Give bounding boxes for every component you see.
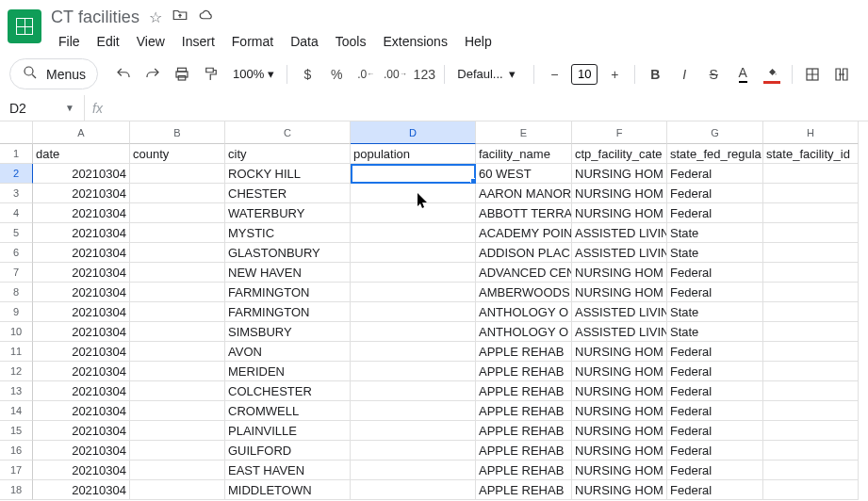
- column-header-E[interactable]: E: [476, 121, 572, 144]
- name-box[interactable]: D2 ▼: [0, 95, 85, 121]
- format-currency-button[interactable]: $: [294, 61, 320, 88]
- cell[interactable]: GLASTONBURY: [225, 243, 351, 263]
- cell[interactable]: 20210304: [33, 263, 130, 283]
- row-header[interactable]: 10: [0, 322, 33, 342]
- cell[interactable]: [130, 184, 225, 203]
- row-header[interactable]: 4: [0, 203, 33, 223]
- merge-cells-button[interactable]: [828, 61, 855, 88]
- cell[interactable]: [351, 203, 476, 223]
- increase-decimal-button[interactable]: .00→: [382, 61, 408, 88]
- cell[interactable]: [763, 381, 859, 401]
- row-header[interactable]: 11: [0, 342, 33, 362]
- cell[interactable]: AMBERWOODS: [476, 283, 572, 302]
- cell[interactable]: State: [667, 243, 763, 263]
- cell[interactable]: [351, 322, 476, 342]
- cell[interactable]: ANTHOLOGY O: [476, 302, 572, 322]
- menu-extensions[interactable]: Extensions: [375, 30, 454, 53]
- cell[interactable]: State: [667, 223, 763, 243]
- column-header-H[interactable]: H: [763, 121, 859, 144]
- cell[interactable]: [763, 480, 859, 500]
- cell[interactable]: [130, 322, 225, 342]
- cell[interactable]: APPLE REHAB: [476, 342, 572, 362]
- cell[interactable]: [763, 421, 859, 441]
- cell[interactable]: [130, 461, 225, 480]
- row-header[interactable]: 8: [0, 283, 33, 302]
- cell[interactable]: population: [351, 144, 476, 164]
- cell[interactable]: NURSING HOM: [572, 184, 667, 203]
- cell[interactable]: APPLE REHAB: [476, 381, 572, 401]
- cell[interactable]: 20210304: [33, 322, 130, 342]
- cell[interactable]: [351, 283, 476, 302]
- cell[interactable]: [130, 342, 225, 362]
- cell[interactable]: NEW HAVEN: [225, 263, 351, 283]
- cell[interactable]: ASSISTED LIVIN: [572, 243, 667, 263]
- menu-view[interactable]: View: [129, 30, 172, 53]
- cell[interactable]: [351, 441, 476, 461]
- cell[interactable]: [351, 302, 476, 322]
- row-header[interactable]: 6: [0, 243, 33, 263]
- cell[interactable]: [351, 342, 476, 362]
- bold-button[interactable]: B: [642, 61, 668, 88]
- redo-button[interactable]: [139, 61, 166, 88]
- cell[interactable]: [763, 401, 859, 421]
- row-header[interactable]: 5: [0, 223, 33, 243]
- cell[interactable]: FARMINGTON: [225, 302, 351, 322]
- cell[interactable]: [130, 223, 225, 243]
- strikethrough-button[interactable]: S: [700, 61, 727, 88]
- cell[interactable]: ASSISTED LIVIN: [572, 322, 667, 342]
- cell[interactable]: 20210304: [33, 184, 130, 203]
- cell[interactable]: APPLE REHAB: [476, 461, 572, 480]
- cell[interactable]: State: [667, 302, 763, 322]
- cell[interactable]: [130, 203, 225, 223]
- cell[interactable]: Federal: [667, 381, 763, 401]
- cell[interactable]: CROMWELL: [225, 401, 351, 421]
- cell[interactable]: APPLE REHAB: [476, 421, 572, 441]
- cell[interactable]: [763, 164, 859, 184]
- cell[interactable]: 20210304: [33, 401, 130, 421]
- cell[interactable]: city: [225, 144, 351, 164]
- cell[interactable]: 20210304: [33, 461, 130, 480]
- cell[interactable]: 20210304: [33, 342, 130, 362]
- cell[interactable]: WATERBURY: [225, 203, 351, 223]
- cell[interactable]: Federal: [667, 401, 763, 421]
- cell[interactable]: state_facility_id: [763, 144, 859, 164]
- cell[interactable]: [130, 401, 225, 421]
- row-header[interactable]: 1: [0, 144, 33, 164]
- cell[interactable]: facility_name: [476, 144, 572, 164]
- cell[interactable]: Federal: [667, 164, 763, 184]
- row-header[interactable]: 3: [0, 184, 33, 203]
- row-header[interactable]: 16: [0, 441, 33, 461]
- cell[interactable]: ROCKY HILL: [225, 164, 351, 184]
- menu-edit[interactable]: Edit: [90, 30, 127, 53]
- cell[interactable]: 20210304: [33, 283, 130, 302]
- cell[interactable]: [763, 362, 859, 381]
- cell[interactable]: [351, 362, 476, 381]
- cell[interactable]: [763, 441, 859, 461]
- cell[interactable]: [763, 322, 859, 342]
- print-button[interactable]: [169, 61, 195, 88]
- row-header[interactable]: 14: [0, 401, 33, 421]
- spreadsheet-grid[interactable]: ABCDEFGH 1datecountycitypopulationfacili…: [0, 121, 868, 500]
- decrease-decimal-button[interactable]: .0←: [352, 61, 379, 88]
- menu-help[interactable]: Help: [457, 30, 500, 53]
- italic-button[interactable]: I: [671, 61, 697, 88]
- cell[interactable]: ctp_facility_cate: [572, 144, 667, 164]
- cell[interactable]: NURSING HOM: [572, 164, 667, 184]
- cell[interactable]: APPLE REHAB: [476, 401, 572, 421]
- cell[interactable]: Federal: [667, 203, 763, 223]
- menu-format[interactable]: Format: [224, 30, 281, 53]
- cell[interactable]: NURSING HOM: [572, 381, 667, 401]
- cell[interactable]: Federal: [667, 184, 763, 203]
- cell[interactable]: State: [667, 322, 763, 342]
- cell[interactable]: SIMSBURY: [225, 322, 351, 342]
- cell[interactable]: PLAINVILLE: [225, 421, 351, 441]
- column-header-D[interactable]: D: [351, 121, 476, 144]
- cell[interactable]: 20210304: [33, 302, 130, 322]
- cell[interactable]: ASSISTED LIVIN: [572, 302, 667, 322]
- cell[interactable]: [763, 184, 859, 203]
- cloud-status-icon[interactable]: [198, 7, 215, 27]
- cell[interactable]: Federal: [667, 441, 763, 461]
- menu-file[interactable]: File: [51, 30, 88, 53]
- cell[interactable]: MYSTIC: [225, 223, 351, 243]
- cell[interactable]: Federal: [667, 480, 763, 500]
